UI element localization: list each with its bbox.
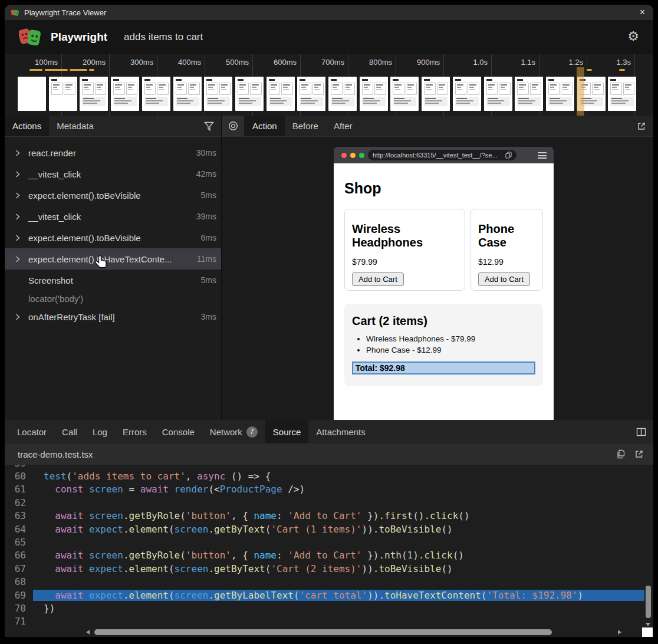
add-to-cart-button[interactable]: Add to Cart xyxy=(478,272,530,286)
chevron-right-icon[interactable] xyxy=(15,192,20,199)
horizontal-scrollbar[interactable] xyxy=(94,629,552,635)
action-row[interactable]: expect.element().toBeVisible6ms xyxy=(5,227,221,248)
source-line[interactable]: 59 xyxy=(5,465,653,469)
timeline[interactable]: 100ms200ms300ms400ms500ms600ms700ms800ms… xyxy=(5,54,653,116)
film-strip-thumbnail[interactable] xyxy=(18,77,46,111)
film-strip-thumbnail[interactable] xyxy=(80,77,108,111)
shop-heading: Shop xyxy=(344,180,543,197)
source-line[interactable]: 60test('adds items to cart', async () =>… xyxy=(5,469,653,482)
source-line[interactable]: 67 await expect.element(screen.getByText… xyxy=(5,562,653,575)
source-line[interactable]: 61 const screen = await render(<ProductP… xyxy=(5,483,653,496)
gear-icon[interactable]: ⚙ xyxy=(627,28,639,45)
action-label: onAfterRetryTask [fail] xyxy=(28,312,115,322)
snapshot-toolbar: ActionBeforeAfter xyxy=(222,116,653,137)
film-strip-thumbnail[interactable] xyxy=(390,77,419,111)
action-duration: 30ms xyxy=(196,148,216,157)
tab-label: Locator xyxy=(17,427,47,437)
source-line[interactable]: 66 await screen.getByRole('button', { na… xyxy=(5,549,653,562)
action-label: expect.element().toBeVisible xyxy=(28,233,141,243)
source-line[interactable]: 65 xyxy=(5,535,653,548)
add-to-cart-button[interactable]: Add to Cart xyxy=(352,272,404,286)
source-line[interactable]: 71 xyxy=(5,615,653,628)
tab-console[interactable]: Console xyxy=(154,420,202,443)
line-number: 70 xyxy=(5,603,33,614)
window-title: Playwright Trace Viewer xyxy=(24,8,106,17)
film-strip-thumbnail[interactable] xyxy=(204,77,232,111)
action-row[interactable]: expect.element().toHaveTextConte...11ms xyxy=(5,248,221,270)
open-source-external-icon[interactable] xyxy=(634,449,644,459)
tab-before[interactable]: Before xyxy=(285,116,326,136)
hscroll-left-arrow-icon[interactable] xyxy=(86,630,90,635)
film-strip-thumbnail[interactable] xyxy=(453,77,481,111)
actions-panel: ActionsMetadata react.render30ms__vitest… xyxy=(5,116,221,420)
source-line[interactable]: 64 await expect.element(screen.getByText… xyxy=(5,523,653,535)
cart-item: Wireless Headphones - $79.99 xyxy=(366,334,535,345)
tab-call[interactable]: Call xyxy=(54,420,85,443)
tab-source[interactable]: Source xyxy=(265,420,309,443)
film-strip-thumbnail[interactable] xyxy=(142,77,170,111)
tab-label: Action xyxy=(252,121,277,131)
action-row[interactable]: __vitest_click42ms xyxy=(5,163,221,185)
tab-label: Errors xyxy=(123,427,147,437)
chevron-right-icon[interactable] xyxy=(15,150,20,156)
tab-action[interactable]: Action xyxy=(245,116,285,136)
pick-locator-icon[interactable] xyxy=(222,116,245,136)
tab-actions[interactable]: Actions xyxy=(5,116,49,136)
split-view-icon[interactable] xyxy=(636,428,646,436)
action-label: Screenshot xyxy=(28,275,73,285)
film-strip-thumbnail[interactable] xyxy=(608,77,636,111)
source-line[interactable]: 70}) xyxy=(5,602,653,615)
action-row[interactable]: __vitest_click39ms xyxy=(5,206,221,227)
tab-locator[interactable]: Locator xyxy=(9,420,54,443)
action-duration-mark xyxy=(70,69,87,71)
film-strip-thumbnail[interactable] xyxy=(546,77,574,111)
film-strip-thumbnail[interactable] xyxy=(267,77,295,111)
tab-label: Metadata xyxy=(57,121,94,131)
action-row[interactable]: Screenshot5ms xyxy=(5,270,221,291)
action-row[interactable]: react.render30ms xyxy=(5,142,221,163)
film-strip-thumbnail[interactable] xyxy=(297,77,325,111)
chevron-right-icon[interactable] xyxy=(15,213,20,220)
vertical-scrollbar[interactable] xyxy=(646,586,651,618)
tab-metadata[interactable]: Metadata xyxy=(49,116,101,136)
product-name: Wireless Headphones xyxy=(352,222,458,249)
copy-source-icon[interactable] xyxy=(616,449,625,459)
tab-after[interactable]: After xyxy=(326,116,360,136)
copy-url-icon[interactable] xyxy=(505,152,512,159)
tab-network[interactable]: Network7 xyxy=(202,420,265,443)
filter-icon[interactable] xyxy=(204,121,214,131)
action-row[interactable]: expect.element().toBeVisible5ms xyxy=(5,185,221,206)
source-code-editor[interactable]: 5960test('adds items to cart', async () … xyxy=(5,465,653,637)
chevron-right-icon[interactable] xyxy=(15,256,20,262)
film-strip-thumbnail[interactable] xyxy=(111,77,139,111)
source-line[interactable]: 68 xyxy=(5,576,653,589)
source-line[interactable]: 62 xyxy=(5,496,653,509)
open-external-icon[interactable] xyxy=(637,121,646,131)
tab-errors[interactable]: Errors xyxy=(115,420,154,443)
film-strip-thumbnail[interactable] xyxy=(235,77,264,111)
film-strip-thumbnail[interactable] xyxy=(515,77,543,111)
chevron-right-icon[interactable] xyxy=(15,235,20,241)
tab-log[interactable]: Log xyxy=(85,420,115,443)
cart-heading: Cart (2 items) xyxy=(352,314,535,328)
film-strip-thumbnail[interactable] xyxy=(49,77,77,111)
action-row[interactable]: onAfterRetryTask [fail]3ms xyxy=(5,306,221,327)
cart-card: Cart (2 items) Wireless Headphones - $79… xyxy=(344,304,543,386)
film-strip-thumbnail[interactable] xyxy=(422,77,450,111)
film-strip-thumbnail[interactable] xyxy=(328,77,357,111)
hscroll-right-arrow-icon[interactable] xyxy=(618,630,621,635)
source-line[interactable]: 63 await screen.getByRole('button', { na… xyxy=(5,510,653,523)
film-strip-thumbnail[interactable] xyxy=(484,77,512,111)
close-icon[interactable]: × xyxy=(640,5,645,20)
chevron-right-icon[interactable] xyxy=(15,314,20,320)
chevron-right-icon[interactable] xyxy=(15,171,20,178)
action-duration-mark xyxy=(587,69,592,71)
tab-attachments[interactable]: Attachments xyxy=(308,420,373,443)
snapshot-browser: http://localhost:63315/__vitest_test__/?… xyxy=(334,147,554,420)
vscroll-down-arrow-icon[interactable] xyxy=(646,623,650,626)
action-label: __vitest_click xyxy=(28,169,81,179)
source-line-highlighted[interactable]: 69 await expect.element(screen.getByLabe… xyxy=(5,589,653,602)
playwright-logo-icon xyxy=(19,27,41,47)
film-strip-thumbnail[interactable] xyxy=(360,77,388,111)
film-strip-thumbnail[interactable] xyxy=(173,77,202,111)
